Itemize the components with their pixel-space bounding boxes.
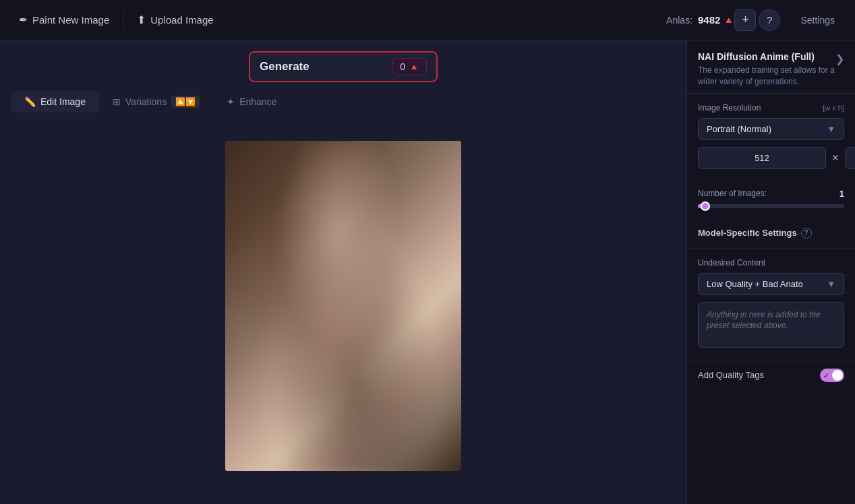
width-input[interactable] (698, 147, 826, 169)
upload-image-button[interactable]: ⬆ Upload Image (129, 9, 221, 30)
tab-variations-label: Variations (125, 96, 167, 107)
upload-label: Upload Image (150, 14, 213, 26)
toggle-background[interactable]: ✓ (820, 369, 844, 382)
quality-tags-toggle[interactable]: ✓ (820, 369, 844, 382)
generate-bar-wrapper: Generate 0 🔺 (0, 40, 686, 88)
undesired-content-label: Undesired Content (698, 258, 844, 267)
nav-divider (123, 10, 123, 30)
dimension-x-icon: ✕ (831, 152, 839, 163)
canvas-image (225, 141, 461, 471)
model-specific-label: Model-Specific Settings (698, 228, 797, 238)
model-specific-help-icon[interactable]: ? (801, 228, 812, 239)
images-count-label: Number of Images: (698, 189, 767, 198)
slider-track (698, 204, 844, 208)
tabs-row: ✏️ Edit Image ⊞ Variations 🔼🔽 ✦ Enhance (0, 88, 686, 113)
generate-label: Generate (260, 60, 309, 73)
model-specific-section: Model-Specific Settings ? (687, 218, 855, 249)
quality-tags-label: Add Quality Tags (698, 370, 764, 380)
canvas-area: Generate 0 🔺 ✏️ Edit Image ⊞ Variations … (0, 40, 686, 504)
variations-grid-icon: ⊞ (113, 96, 121, 107)
undesired-content-textarea[interactable] (698, 302, 844, 348)
tab-edit-label: Edit Image (40, 96, 86, 107)
tab-edit-image[interactable]: ✏️ Edit Image (11, 91, 99, 113)
paint-new-image-button[interactable]: ✒ Paint New Image (11, 9, 117, 30)
tab-enhance[interactable]: ✦ Enhance (213, 91, 290, 113)
toggle-knob (832, 370, 843, 381)
resolution-preset-value: Portrait (Normal) (707, 124, 771, 134)
cost-anlas-icon: 🔺 (409, 62, 419, 72)
edit-pen-icon: ✏️ (24, 96, 36, 107)
quality-tags-section: Add Quality Tags ✓ (687, 360, 855, 390)
images-slider-wrapper (698, 204, 844, 208)
paint-new-label: Paint New Image (32, 14, 109, 26)
top-navigation: ✒ Paint New Image ⬆ Upload Image Anlas: … (0, 0, 855, 40)
main-content: Generate 0 🔺 ✏️ Edit Image ⊞ Variations … (0, 40, 855, 504)
undesired-preset-value: Low Quality + Bad Anato (707, 279, 803, 289)
model-specific-header: Model-Specific Settings ? (698, 228, 844, 239)
cost-value: 0 (400, 61, 405, 72)
add-anlas-button[interactable]: + (734, 9, 756, 31)
generate-bar[interactable]: Generate 0 🔺 (249, 51, 438, 82)
image-canvas (0, 113, 686, 504)
model-info-section: NAI Diffusion Anime (Full) The expanded … (687, 40, 855, 94)
dimension-label: [w x h] (823, 104, 844, 112)
anlas-display: Anlas: 9482 🔺 (666, 14, 734, 26)
image-blur-overlay (225, 141, 461, 471)
number-of-images-section: Number of Images: 1 (687, 179, 855, 218)
upload-icon: ⬆ (137, 13, 146, 26)
resolution-preset-dropdown[interactable]: Portrait (Normal) ▼ (698, 118, 844, 140)
undesired-preset-dropdown[interactable]: Low Quality + Bad Anato ▼ (698, 273, 844, 295)
toggle-check-icon: ✓ (823, 371, 829, 380)
enhance-star-icon: ✦ (227, 96, 235, 107)
model-name: NAI Diffusion Anime (Full) (698, 51, 835, 62)
variations-badge: 🔼🔽 (171, 96, 200, 108)
anlas-label: Anlas: (666, 15, 692, 26)
sidebar-collapse-button[interactable]: ❯ (835, 53, 844, 65)
generate-cost: 0 🔺 (392, 58, 427, 75)
anlas-currency-icon: 🔺 (723, 15, 734, 26)
images-count-value: 1 (839, 189, 844, 199)
undesired-content-section: Undesired Content Low Quality + Bad Anat… (687, 249, 855, 360)
dropdown-arrow-icon: ▼ (827, 124, 835, 134)
anlas-value: 9482 🔺 (698, 14, 734, 26)
undesired-dropdown-arrow: ▼ (827, 279, 835, 289)
tab-variations[interactable]: ⊞ Variations 🔼🔽 (99, 90, 213, 113)
settings-button[interactable]: Settings (791, 11, 844, 30)
tab-enhance-label: Enhance (239, 96, 276, 107)
image-resolution-section: Image Resolution [w x h] Portrait (Norma… (687, 94, 855, 179)
help-button[interactable]: ? (759, 9, 780, 31)
resolution-label: Image Resolution [w x h] (698, 103, 844, 113)
model-description: The expanded training set allows for a w… (698, 65, 835, 88)
anlas-number: 9482 (698, 14, 720, 26)
resolution-label-text: Image Resolution (698, 103, 761, 113)
height-input[interactable] (845, 147, 855, 169)
dimension-inputs-row: ✕ (698, 147, 844, 169)
images-count-row: Number of Images: 1 (698, 189, 844, 199)
right-sidebar: NAI Diffusion Anime (Full) The expanded … (686, 40, 855, 504)
pen-icon: ✒ (19, 13, 28, 26)
slider-thumb[interactable] (701, 201, 710, 211)
